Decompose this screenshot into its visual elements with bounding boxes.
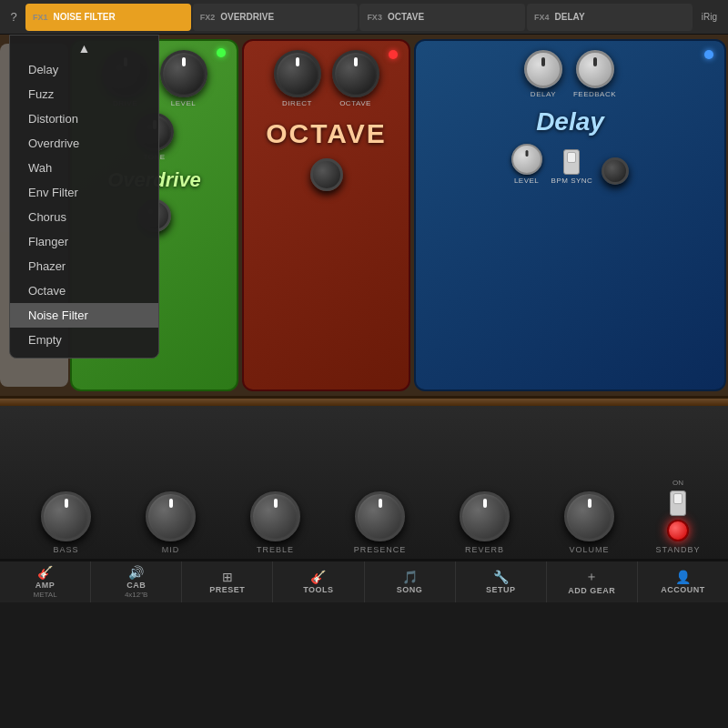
delay-bpmsync-label: BPM SYNC bbox=[551, 177, 593, 185]
nav-addgear[interactable]: ＋ ADD GEAR bbox=[547, 561, 638, 602]
overdrive-led bbox=[217, 48, 226, 57]
bottom-nav-bar: 🎸 AMP METAL 🔊 CAB 4x12"B ⊞ PRESET 🎸 ToOL… bbox=[0, 561, 728, 602]
octave-direct-knob-container: DIRECT bbox=[274, 50, 321, 107]
amp-reverb-knob[interactable] bbox=[460, 491, 510, 541]
nav-amp[interactable]: 🎸 AMP METAL bbox=[0, 561, 91, 602]
delay-level-knob-container: LEVEL bbox=[511, 144, 542, 185]
knob-indicator bbox=[354, 57, 358, 66]
octave-pedal-name: OCTAVE bbox=[266, 118, 387, 149]
knob-indicator bbox=[379, 499, 382, 508]
overdrive-level-knob-container: LEVEL bbox=[160, 50, 207, 107]
nav-setup[interactable]: 🔧 SETUP bbox=[456, 561, 547, 602]
delay-delay-knob-container: DELAY bbox=[524, 50, 562, 98]
dropdown-item-flanger[interactable]: Flanger bbox=[10, 229, 158, 254]
power-led bbox=[667, 520, 689, 541]
fx-slot-3-name: OCTAVE bbox=[388, 12, 424, 22]
nav-cab-label: CAB bbox=[126, 581, 146, 590]
delay-level-knob[interactable] bbox=[511, 144, 542, 175]
amp-treble-section: TREBLE bbox=[223, 491, 328, 554]
dropdown-item-empty[interactable]: Empty bbox=[10, 328, 158, 352]
nav-song[interactable]: 🎵 SONG bbox=[365, 561, 456, 602]
nav-tools[interactable]: 🎸 ToOLS bbox=[273, 561, 364, 602]
account-icon: 👤 bbox=[675, 570, 691, 584]
amp-treble-knob[interactable] bbox=[250, 491, 300, 541]
dropdown-item-fuzz[interactable]: Fuzz bbox=[10, 82, 158, 106]
amp-reverb-label: REVERB bbox=[465, 545, 504, 554]
amp-icon: 🎸 bbox=[37, 565, 53, 580]
amp-mid-label: MID bbox=[162, 545, 180, 554]
dropdown-item-envfilter[interactable]: Env Filter bbox=[10, 180, 158, 205]
amp-presence-section: PRESENCE bbox=[328, 491, 432, 554]
nav-tools-label: ToOLS bbox=[303, 585, 333, 594]
delay-feedback-knob-container: FEEDBACK bbox=[573, 50, 616, 98]
amp-volume-knob[interactable] bbox=[564, 491, 614, 541]
nav-amp-label: AMP bbox=[35, 581, 56, 590]
overdrive-level-knob[interactable] bbox=[160, 50, 207, 97]
dropdown-item-octave[interactable]: Octave bbox=[10, 278, 158, 303]
dropdown-item-wah[interactable]: Wah bbox=[10, 156, 158, 180]
wood-strip bbox=[0, 399, 728, 406]
delay-bpm-sync-toggle[interactable]: BPM SYNC bbox=[551, 149, 593, 185]
fx-slot-1[interactable]: FX1 NOISE FILTER bbox=[25, 4, 191, 31]
amp-bass-knob[interactable] bbox=[41, 491, 91, 541]
octave-footswitch[interactable] bbox=[310, 158, 343, 191]
nav-preset-label: PRESET bbox=[209, 585, 245, 594]
fx-slot-2-name: OVERDRIVE bbox=[220, 12, 274, 22]
amp-bass-section: BASS bbox=[14, 491, 118, 554]
fx-slot-2[interactable]: FX2 OVERDRIVE bbox=[193, 4, 359, 31]
octave-knobs: DIRECT OCTAVE bbox=[274, 50, 379, 107]
pedal-octave: DIRECT OCTAVE OCTAVE bbox=[242, 39, 410, 391]
toggle-body bbox=[670, 490, 686, 516]
delay-delay-label: DELAY bbox=[531, 90, 556, 98]
fx-slot-4-name: DELAY bbox=[555, 12, 585, 22]
setup-icon: 🔧 bbox=[493, 570, 509, 584]
fx-top-bar: ? FX1 NOISE FILTER FX2 OVERDRIVE FX3 OCT… bbox=[0, 0, 728, 35]
knob-indicator bbox=[274, 499, 278, 508]
dropdown-item-noisefilter[interactable]: Noise Filter bbox=[10, 303, 158, 328]
octave-octave-knob[interactable] bbox=[332, 50, 379, 97]
toggle-lever bbox=[567, 152, 576, 163]
amp-section: BASS MID TREBLE PRESENCE REVERB bbox=[0, 406, 728, 561]
dropdown-item-chorus[interactable]: Chorus bbox=[10, 205, 158, 229]
amp-volume-label: VOLUME bbox=[569, 545, 609, 554]
knob-indicator bbox=[182, 57, 186, 66]
amp-treble-label: TREBLE bbox=[257, 545, 294, 554]
amp-presence-label: PRESENCE bbox=[354, 545, 407, 554]
knob-indicator bbox=[65, 499, 68, 508]
fx-slot-3[interactable]: FX3 OCTAVE bbox=[359, 4, 525, 31]
amp-volume-section: VOLUME bbox=[537, 491, 642, 554]
nav-cab[interactable]: 🔊 CAB 4x12"B bbox=[91, 561, 182, 602]
delay-delay-knob[interactable] bbox=[524, 50, 562, 88]
fx-dropdown-menu: ▲ Delay Fuzz Distortion Overdrive Wah En… bbox=[9, 35, 159, 359]
amp-presence-knob[interactable] bbox=[355, 491, 405, 541]
nav-account[interactable]: 👤 ACCOUNT bbox=[638, 561, 728, 602]
delay-led bbox=[704, 50, 713, 59]
standby-label: STANDBY bbox=[656, 545, 701, 554]
cab-icon: 🔊 bbox=[128, 565, 144, 580]
song-icon: 🎵 bbox=[402, 570, 418, 584]
dropdown-item-overdrive[interactable]: Overdrive bbox=[10, 131, 158, 156]
dropdown-item-phazer[interactable]: Phazer bbox=[10, 254, 158, 278]
nav-preset[interactable]: ⊞ PRESET bbox=[182, 561, 273, 602]
help-button[interactable]: ? bbox=[4, 10, 24, 24]
irig-label: iRig bbox=[694, 12, 724, 22]
standby-on-label: ON bbox=[672, 479, 683, 487]
nav-amp-sub: METAL bbox=[34, 591, 57, 599]
nav-setup-label: SETUP bbox=[486, 585, 516, 594]
delay-feedback-knob[interactable] bbox=[576, 50, 614, 88]
dropdown-item-distortion[interactable]: Distortion bbox=[10, 106, 158, 131]
toggle-lever bbox=[673, 493, 682, 504]
amp-knobs-row: BASS MID TREBLE PRESENCE REVERB bbox=[14, 417, 714, 554]
standby-toggle[interactable] bbox=[670, 490, 686, 516]
dropdown-arrow: ▲ bbox=[10, 41, 158, 56]
octave-direct-knob[interactable] bbox=[274, 50, 321, 97]
addgear-icon: ＋ bbox=[585, 569, 598, 585]
nav-cab-sub: 4x12"B bbox=[125, 591, 148, 599]
octave-octave-label: OCTAVE bbox=[339, 99, 371, 107]
fx-slot-4[interactable]: FX4 DELAY bbox=[527, 4, 693, 31]
delay-footswitch[interactable] bbox=[602, 157, 629, 185]
amp-mid-section: MID bbox=[118, 491, 223, 554]
amp-mid-knob[interactable] bbox=[146, 491, 196, 541]
dropdown-item-delay[interactable]: Delay bbox=[10, 57, 158, 82]
delay-pedal-name: Delay bbox=[536, 107, 604, 136]
